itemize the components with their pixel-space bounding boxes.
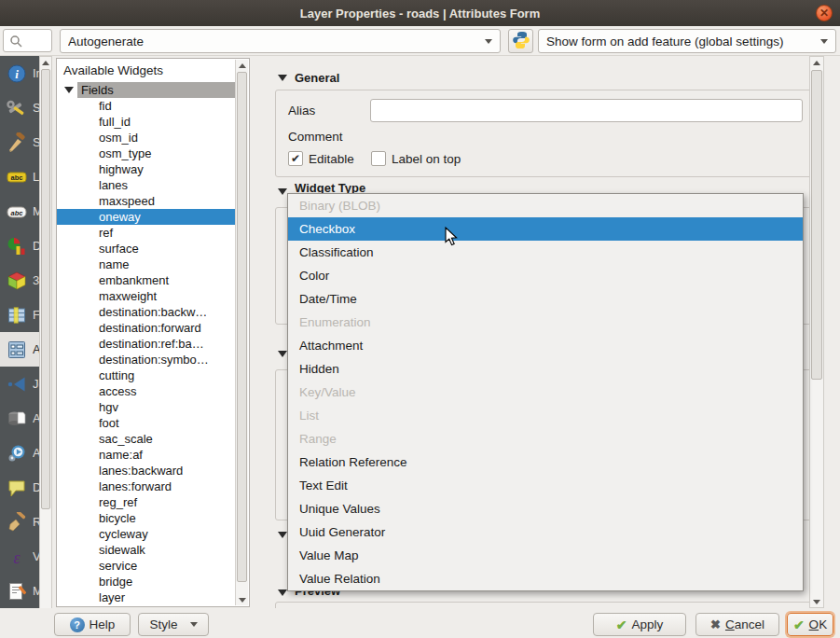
ok-button[interactable]: ✔ OK xyxy=(787,613,833,636)
sidebar-item[interactable]: Rendering xyxy=(0,505,39,539)
search-input[interactable] xyxy=(3,29,52,52)
field-item[interactable]: hgv xyxy=(57,399,237,415)
field-item[interactable]: highway xyxy=(57,161,237,177)
field-item[interactable]: surface xyxy=(57,241,237,257)
svg-text:ε: ε xyxy=(13,548,21,566)
field-item[interactable]: layer xyxy=(57,589,237,605)
collapse-arrow-icon[interactable] xyxy=(278,188,287,195)
field-item[interactable]: lanes:forward xyxy=(57,478,237,494)
python-init-function-button[interactable] xyxy=(508,29,533,53)
field-item[interactable]: name:af xyxy=(57,447,237,463)
widget-type-option[interactable]: Range xyxy=(288,427,803,451)
titlebar[interactable]: Layer Properties - roads | Attributes Fo… xyxy=(0,0,840,26)
show-form-setting-combobox[interactable]: Show form on add feature (global setting… xyxy=(538,29,836,53)
scroll-up-icon[interactable] xyxy=(810,57,823,68)
collapse-arrow-icon[interactable] xyxy=(64,87,74,93)
widget-type-option[interactable]: Date/Time xyxy=(288,287,803,311)
field-item[interactable]: maxweight xyxy=(57,288,237,304)
field-item[interactable]: sidewalk xyxy=(57,542,237,558)
field-item[interactable]: bicycle xyxy=(57,510,237,526)
field-item[interactable]: oneway xyxy=(57,209,237,225)
widget-type-option[interactable]: Key/Value xyxy=(288,381,803,404)
scroll-down-icon[interactable] xyxy=(810,596,823,607)
widget-type-option[interactable]: Value Relation xyxy=(288,567,803,590)
field-item[interactable]: name xyxy=(57,257,237,272)
sidebar-item[interactable]: Auxiliary Storage xyxy=(0,401,39,436)
field-item[interactable]: osm_type xyxy=(57,146,237,161)
sidebar-item[interactable]: ε Variables xyxy=(0,539,39,574)
field-item[interactable]: embankment xyxy=(57,272,237,288)
cancel-button[interactable]: ✖ Cancel xyxy=(695,613,779,636)
layer-properties-dialog: Layer Properties - roads | Attributes Fo… xyxy=(0,0,840,638)
scroll-up-icon[interactable] xyxy=(236,60,248,71)
sidebar-item[interactable]: Metadata xyxy=(0,574,39,608)
sidebar-item[interactable]: Display xyxy=(0,470,39,505)
sidebar-item[interactable]: Joins xyxy=(0,367,39,401)
field-item[interactable]: reg_ref xyxy=(57,494,237,510)
scroll-up-icon[interactable] xyxy=(40,57,51,68)
field-item[interactable]: ref xyxy=(57,225,237,241)
field-item[interactable]: maxspeed xyxy=(57,193,237,209)
sidebar-item[interactable]: i Information xyxy=(0,56,39,90)
field-item[interactable]: destination:ref:ba… xyxy=(57,336,237,352)
field-item[interactable]: full_id xyxy=(57,114,237,130)
widget-type-option[interactable]: Hidden xyxy=(288,357,803,381)
widget-type-option[interactable]: Text Edit xyxy=(288,474,803,497)
field-item[interactable]: osm_id xyxy=(57,130,237,146)
sidebar-item[interactable]: Source xyxy=(0,90,39,125)
widget-type-option[interactable]: Enumeration xyxy=(288,311,803,334)
fields-group-row[interactable]: Fields xyxy=(57,82,249,98)
rendering-icon xyxy=(5,511,29,534)
collapse-arrow-icon[interactable] xyxy=(278,351,287,357)
apply-button[interactable]: ✔ Apply xyxy=(593,613,686,636)
alias-field[interactable] xyxy=(370,99,803,122)
collapse-arrow-icon[interactable] xyxy=(278,532,287,538)
widgets-scrollbar[interactable] xyxy=(235,60,248,605)
widget-type-option[interactable]: Attachment xyxy=(288,334,803,357)
widget-type-option[interactable]: List xyxy=(288,404,803,427)
field-item[interactable]: destination:forward xyxy=(57,320,237,336)
widget-type-option[interactable]: Value Map xyxy=(288,544,803,567)
form-layout-combobox[interactable]: Autogenerate xyxy=(60,29,501,53)
field-item[interactable]: service xyxy=(57,558,237,574)
source-icon xyxy=(5,97,29,119)
widget-type-option[interactable]: Classification xyxy=(288,241,803,264)
help-button[interactable]: ? Help xyxy=(54,613,131,636)
sidebar-item[interactable]: Symbology xyxy=(0,125,39,160)
label-on-top-checkbox[interactable] xyxy=(371,151,386,166)
scroll-down-icon[interactable] xyxy=(236,594,248,605)
sidebar-item[interactable]: Attributes Form xyxy=(0,332,39,367)
field-item[interactable]: sac_scale xyxy=(57,431,237,447)
field-item[interactable]: destination:backw… xyxy=(57,304,237,320)
close-button[interactable]: ✕ xyxy=(816,5,833,21)
style-menu-button[interactable]: Style xyxy=(138,613,209,636)
field-item[interactable]: bridge xyxy=(57,574,237,589)
collapse-arrow-icon[interactable] xyxy=(278,75,287,81)
alias-label: Alias xyxy=(288,104,315,118)
widget-type-option[interactable]: Uuid Generator xyxy=(288,520,803,544)
field-item[interactable]: cutting xyxy=(57,368,237,383)
widget-type-option[interactable]: Color xyxy=(288,264,803,287)
sidebar-item[interactable]: Actions xyxy=(0,436,39,470)
sidebar-scrollbar[interactable] xyxy=(39,56,52,617)
sidebar-item[interactable]: abc Masks xyxy=(0,194,39,229)
sidebar-item[interactable]: Diagrams xyxy=(0,229,39,263)
field-item[interactable]: access xyxy=(57,383,237,399)
sidebar-item[interactable]: 3D View xyxy=(0,263,39,298)
widget-type-option[interactable]: Binary (BLOB) xyxy=(288,194,803,217)
form-scrollbar[interactable] xyxy=(809,56,824,608)
field-item[interactable]: destination:symbo… xyxy=(57,352,237,368)
field-item[interactable]: foot xyxy=(57,415,237,431)
sidebar-item[interactable]: Fields xyxy=(0,298,39,332)
editable-checkbox[interactable]: ✔ xyxy=(288,151,303,166)
field-item[interactable]: lanes xyxy=(57,177,237,193)
field-item[interactable]: lanes:backward xyxy=(57,463,237,478)
sidebar-item[interactable]: abc Labels xyxy=(0,160,39,194)
variables-icon: ε xyxy=(5,546,29,568)
field-item[interactable]: fid xyxy=(57,98,237,114)
widget-type-option[interactable]: Checkbox xyxy=(288,217,803,241)
collapse-arrow-icon[interactable] xyxy=(278,589,287,596)
field-item[interactable]: cycleway xyxy=(57,526,237,542)
widget-type-option[interactable]: Unique Values xyxy=(288,497,803,520)
widget-type-option[interactable]: Relation Reference xyxy=(288,451,803,474)
